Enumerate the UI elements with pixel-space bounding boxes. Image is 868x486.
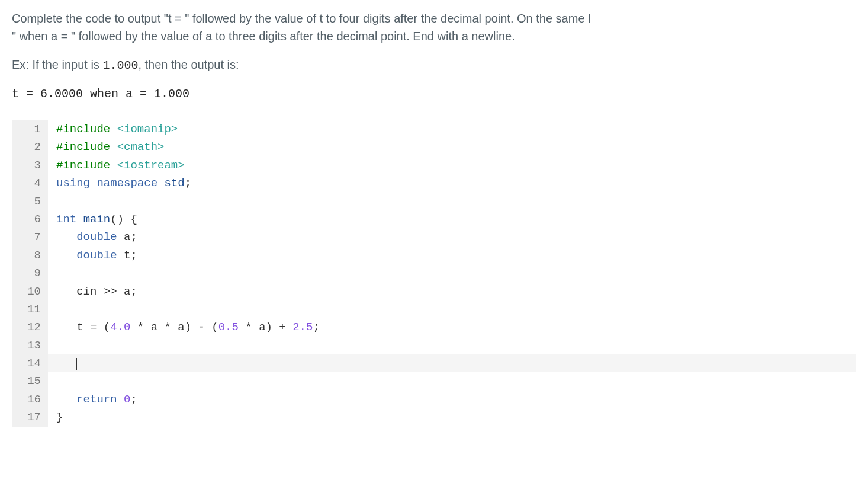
code-token: >> — [104, 285, 117, 298]
example-line: Ex: If the input is 1.000, then the outp… — [12, 56, 856, 75]
example-prefix: Ex: If the input is — [12, 58, 102, 71]
code-content[interactable]: return 0; — [48, 391, 856, 408]
code-token: using — [56, 177, 90, 190]
code-token: 0 — [124, 393, 130, 406]
line-number: 1 — [12, 120, 48, 138]
code-content[interactable]: cin >> a; — [48, 283, 856, 300]
code-token: a) — [171, 321, 198, 334]
code-token — [157, 177, 164, 190]
instruction-text: Complete the code to output "t = " follo… — [12, 9, 856, 45]
code-content[interactable] — [48, 337, 856, 354]
instruction-line-2: " when a = " followed by the value of a … — [12, 30, 515, 43]
code-line[interactable]: 17} — [12, 408, 856, 426]
code-token: main — [83, 213, 111, 226]
line-number: 14 — [12, 354, 48, 372]
code-line[interactable]: 1#include <iomanip> — [12, 120, 856, 138]
code-token: a; — [117, 285, 137, 298]
code-token: int — [56, 213, 76, 226]
code-token: 4.0 — [110, 321, 130, 334]
code-line[interactable]: 14 — [12, 354, 856, 372]
code-content[interactable] — [48, 372, 856, 390]
code-content[interactable]: #include <cmath> — [48, 138, 856, 156]
code-line[interactable]: 8 double t; — [12, 247, 856, 264]
code-token — [76, 213, 83, 226]
code-token: t; — [117, 249, 137, 262]
code-line[interactable]: 2#include <cmath> — [12, 138, 856, 156]
example-suffix: , then the output is: — [138, 58, 239, 71]
line-number: 17 — [12, 408, 48, 426]
code-line[interactable]: 10 cin >> a; — [12, 283, 856, 300]
code-line[interactable]: 3#include <iostream> — [12, 156, 856, 174]
code-line[interactable]: 4using namespace std; — [12, 174, 856, 192]
code-token — [117, 393, 124, 406]
code-line[interactable]: 7 double a; — [12, 228, 856, 246]
code-line[interactable]: 5 — [12, 193, 856, 210]
code-token: a — [144, 321, 164, 334]
code-content[interactable] — [48, 354, 856, 372]
code-token: 0.5 — [218, 321, 239, 334]
code-line[interactable]: 13 — [12, 337, 856, 354]
code-token — [56, 357, 76, 370]
line-number: 10 — [12, 283, 48, 300]
code-token: = — [90, 321, 97, 334]
example-input: 1.000 — [102, 59, 138, 72]
code-line[interactable]: 9 — [12, 264, 856, 282]
code-content[interactable] — [48, 300, 856, 318]
code-token: - — [198, 321, 205, 334]
line-number: 6 — [12, 210, 48, 228]
code-content[interactable]: double a; — [48, 228, 856, 246]
code-token: } — [56, 411, 63, 424]
code-token — [56, 231, 76, 244]
code-content[interactable]: #include <iostream> — [48, 156, 856, 174]
code-token: double — [76, 249, 117, 262]
code-token — [239, 321, 245, 334]
code-line[interactable]: 12 t = (4.0 * a * a) - (0.5 * a) + 2.5; — [12, 318, 856, 336]
code-token: ( — [97, 321, 110, 334]
code-token: <iostream> — [117, 159, 185, 172]
code-token: 2.5 — [292, 321, 313, 334]
code-token: #include — [56, 123, 110, 136]
line-number: 5 — [12, 193, 48, 210]
code-content[interactable]: int main() { — [48, 210, 856, 228]
code-token — [56, 393, 76, 406]
cursor-icon — [76, 358, 77, 370]
code-token: () { — [110, 213, 137, 226]
code-token: * — [245, 321, 252, 334]
code-token: <iomanip> — [117, 123, 178, 136]
code-token: std — [164, 177, 184, 190]
code-token: + — [279, 321, 285, 334]
code-line[interactable]: 11 — [12, 300, 856, 318]
code-line[interactable]: 6int main() { — [12, 210, 856, 228]
code-editor[interactable]: 1#include <iomanip>2#include <cmath>3#in… — [12, 120, 856, 427]
code-token — [56, 249, 76, 262]
code-token: #include — [56, 140, 110, 154]
code-token: ; — [185, 177, 191, 190]
line-number: 13 — [12, 337, 48, 354]
output-example: t = 6.0000 when a = 1.000 — [12, 85, 856, 103]
code-line[interactable]: 16 return 0; — [12, 391, 856, 408]
line-number: 11 — [12, 300, 48, 318]
code-token — [90, 177, 97, 190]
line-number: 15 — [12, 372, 48, 390]
code-token — [110, 159, 117, 172]
code-content[interactable]: double t; — [48, 247, 856, 264]
code-token: * — [137, 321, 144, 334]
code-content[interactable]: t = (4.0 * a * a) - (0.5 * a) + 2.5; — [48, 318, 856, 336]
code-line[interactable]: 15 — [12, 372, 856, 390]
code-token: return — [76, 393, 117, 406]
line-number: 3 — [12, 156, 48, 174]
code-content[interactable]: } — [48, 408, 856, 426]
code-token: * — [164, 321, 171, 334]
line-number: 2 — [12, 138, 48, 156]
code-token: a) — [252, 321, 279, 334]
code-content[interactable]: #include <iomanip> — [48, 120, 856, 138]
code-token: ( — [205, 321, 218, 334]
line-number: 4 — [12, 174, 48, 192]
line-number: 16 — [12, 391, 48, 408]
code-content[interactable]: using namespace std; — [48, 174, 856, 192]
code-content[interactable] — [48, 193, 856, 210]
code-token: <cmath> — [117, 140, 165, 154]
code-token — [110, 140, 117, 154]
code-content[interactable] — [48, 264, 856, 282]
code-token: double — [76, 231, 117, 244]
